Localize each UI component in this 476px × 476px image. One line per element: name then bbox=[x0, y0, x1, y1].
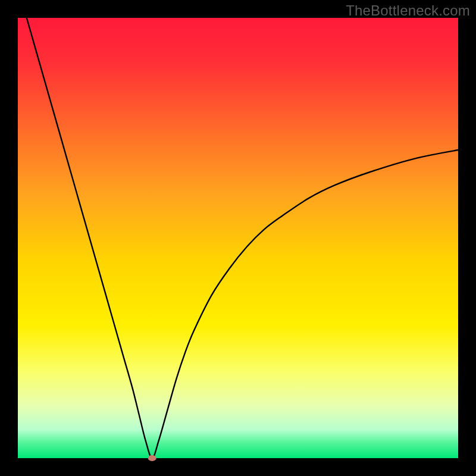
bottleneck-chart bbox=[0, 0, 476, 476]
watermark-text: TheBottleneck.com bbox=[346, 2, 470, 19]
plot-background bbox=[18, 18, 458, 458]
minimum-marker bbox=[148, 455, 156, 461]
chart-frame: TheBottleneck.com bbox=[0, 0, 476, 476]
